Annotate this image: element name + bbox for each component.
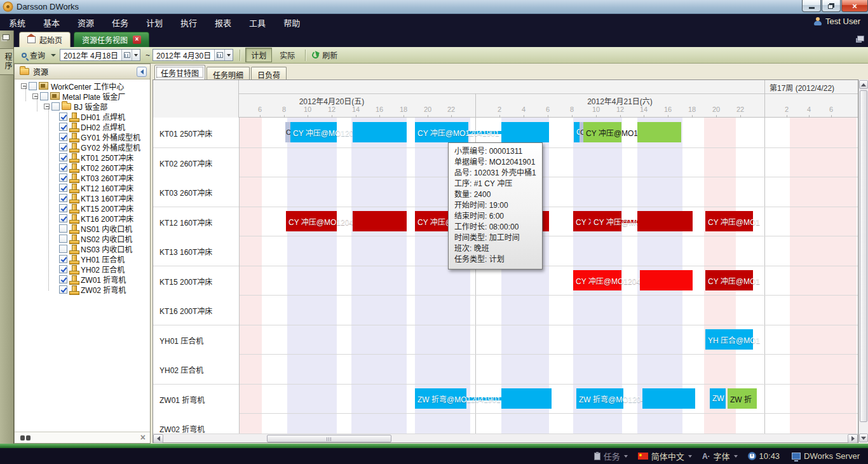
date-to-dropdown-icon[interactable] (224, 50, 233, 60)
tree-item[interactable]: KT13 160T冲床 (15, 193, 150, 203)
menu-item-基本[interactable]: 基本 (34, 14, 69, 31)
tree-checkbox[interactable] (59, 265, 67, 273)
task-bar[interactable] (640, 270, 693, 290)
tree-item[interactable]: NS02 内收口机 (15, 233, 150, 243)
tree-item[interactable]: YH01 压合机 (15, 254, 150, 264)
close-tab-icon[interactable]: × (133, 36, 141, 44)
calendar-icon[interactable] (121, 50, 132, 60)
menu-item-任务[interactable]: 任务 (103, 14, 137, 31)
tree-checkbox[interactable] (59, 275, 67, 283)
tree-item[interactable]: GY01 外桶成型机 (15, 132, 150, 142)
tree-item[interactable]: KT16 200T冲床 (15, 213, 150, 223)
tree-item[interactable]: WorkCenter 工作中心 (15, 81, 150, 91)
tree-item[interactable]: ZW02 折弯机 (15, 284, 150, 294)
tree-checkbox[interactable] (59, 245, 67, 253)
scroll-up-button[interactable] (859, 80, 868, 89)
tree-checkbox[interactable] (59, 153, 67, 161)
refresh-button[interactable]: 刷新 (322, 50, 337, 60)
task-bar[interactable]: CY 冲压@MO12041901 (415, 122, 468, 142)
menu-item-资源[interactable]: 资源 (69, 14, 103, 31)
task-bar[interactable]: ZW 折 (728, 388, 757, 409)
tree-checkbox[interactable] (59, 255, 67, 263)
task-bar[interactable]: CY 冲压@MO12041904 (591, 211, 621, 231)
task-bar[interactable]: CY 冲压@MO1 (705, 270, 753, 290)
tree-item[interactable]: NS01 内收口机 (15, 223, 150, 233)
window-list-icon[interactable] (857, 36, 864, 41)
tree-item[interactable]: DH01 点焊机 (15, 111, 150, 121)
menu-item-执行[interactable]: 执行 (172, 14, 206, 31)
tree-item[interactable]: KT12 160T冲床 (15, 182, 150, 193)
tree-item[interactable]: GY02 外桶成型机 (15, 142, 150, 152)
tree-item[interactable]: KT03 260T冲床 (15, 172, 150, 182)
horizontal-scroll-thumb[interactable] (267, 435, 391, 442)
task-bar[interactable] (353, 122, 407, 142)
chart-tab-任务明细[interactable]: 任务明细 (207, 67, 250, 79)
tree-item[interactable]: KT15 200T冲床 (15, 203, 150, 213)
tree-checkbox[interactable] (59, 163, 67, 172)
task-bar[interactable]: CY 冲压@MO12041902 (583, 122, 621, 142)
plan-toggle-button[interactable]: 计划 (245, 48, 272, 62)
task-bar[interactable]: C (574, 122, 580, 142)
tree-item[interactable]: BJ 钣金部 (15, 101, 150, 111)
pages-icon[interactable] (3, 34, 10, 40)
tree-checkbox[interactable] (59, 133, 67, 141)
tree-checkbox[interactable] (59, 123, 67, 131)
tab-home[interactable]: 起始页 (19, 32, 71, 47)
task-bar[interactable] (637, 211, 693, 231)
scroll-down-button[interactable] (859, 433, 868, 442)
find-icon[interactable] (20, 434, 31, 441)
task-bar[interactable]: CY 冲压@MO1 (705, 211, 753, 231)
chart-tab-日负荷[interactable]: 日负荷 (251, 67, 287, 79)
chart-tab-任务甘特图[interactable]: 任务甘特图 (154, 65, 205, 79)
vertical-scrollbar[interactable] (858, 79, 868, 443)
close-button[interactable]: × (841, 0, 868, 12)
tree-item[interactable]: KT01 250T冲床 (15, 152, 150, 162)
date-from-field[interactable]: 2012年 4月18日 (60, 49, 140, 61)
tree-checkbox[interactable] (29, 82, 37, 90)
task-bar[interactable]: CY 冲 (573, 211, 591, 231)
tree-checkbox[interactable] (59, 194, 67, 202)
task-bar[interactable]: ZW 折弯@MO12041901 (576, 388, 623, 409)
tree-item[interactable]: NS03 内收口机 (15, 243, 150, 254)
tree-checkbox[interactable] (59, 174, 67, 182)
clear-filter-icon[interactable]: × (140, 432, 146, 442)
tree-checkbox[interactable] (59, 214, 67, 222)
tree-item[interactable]: DH02 点焊机 (15, 121, 150, 132)
horizontal-scrollbar[interactable] (153, 433, 858, 442)
menu-item-工具[interactable]: 工具 (240, 14, 275, 31)
task-bar[interactable]: YH 压合@MO1 (705, 329, 753, 350)
tree-checkbox[interactable] (59, 235, 67, 243)
status-font-dropdown[interactable]: A· 字体 (702, 450, 738, 462)
tree-checkbox[interactable] (51, 102, 60, 111)
tree-checkbox[interactable] (40, 92, 48, 100)
status-language-dropdown[interactable]: 简体中文 (638, 450, 692, 462)
restore-button[interactable] (822, 0, 841, 12)
query-button[interactable]: 查询 (30, 50, 45, 60)
dock-tab-program[interactable]: 程序 (0, 48, 14, 75)
calendar-icon[interactable] (214, 50, 224, 60)
menu-item-帮助[interactable]: 帮助 (275, 14, 309, 31)
menu-item-计划[interactable]: 计划 (137, 14, 172, 31)
menu-item-系统[interactable]: 系统 (0, 14, 34, 31)
tree-checkbox[interactable] (59, 204, 67, 212)
task-bar[interactable]: CY 冲压@MO12041903 (573, 270, 621, 290)
date-from-dropdown-icon[interactable] (132, 50, 140, 60)
actual-toggle-button[interactable]: 实际 (275, 48, 300, 62)
task-bar[interactable]: ZW 折弯@MO12041901 (415, 388, 466, 409)
tree-checkbox[interactable] (59, 113, 67, 121)
tree-checkbox[interactable] (59, 285, 67, 294)
tab-resource-task-view[interactable]: 资源任务视图 × (74, 32, 149, 47)
tree-checkbox[interactable] (59, 184, 67, 192)
tree-checkbox[interactable] (59, 224, 67, 233)
task-bar[interactable]: C (285, 122, 290, 142)
tree-item[interactable]: ZW01 折弯机 (15, 274, 150, 284)
tree-item[interactable]: Metal Plate 钣金厂 (15, 91, 150, 101)
tree-checkbox[interactable] (59, 143, 67, 151)
task-bar[interactable] (501, 122, 549, 142)
task-bar[interactable] (642, 388, 695, 409)
vertical-scroll-thumb[interactable] (860, 90, 867, 422)
task-bar[interactable] (637, 122, 681, 142)
task-bar[interactable]: CY 冲压@MO12041904 (286, 211, 337, 231)
scroll-right-button[interactable] (848, 434, 858, 443)
scroll-left-button[interactable] (153, 434, 163, 443)
